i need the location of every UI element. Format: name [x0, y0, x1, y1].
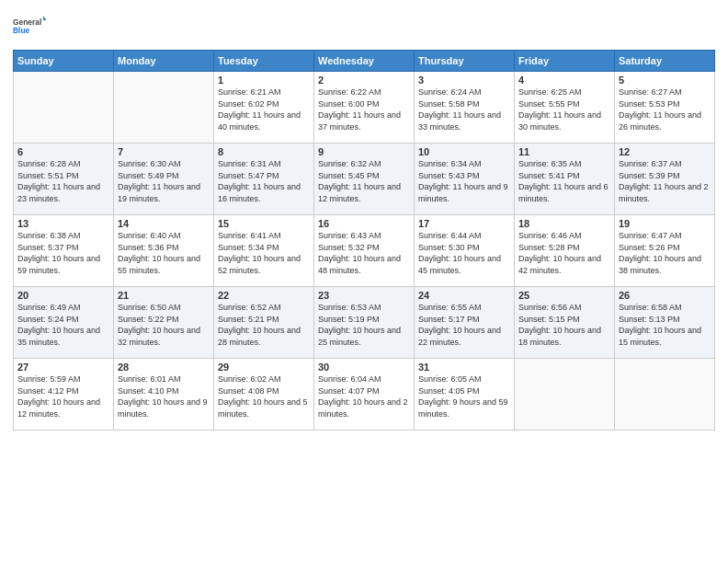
cell-info: Sunrise: 6:34 AM Sunset: 5:43 PM Dayligh…: [418, 158, 510, 204]
calendar-cell: 9Sunrise: 6:32 AM Sunset: 5:45 PM Daylig…: [314, 144, 415, 215]
cell-info: Sunrise: 6:50 AM Sunset: 5:22 PM Dayligh…: [118, 302, 210, 348]
day-number: 22: [218, 290, 310, 301]
calendar-cell: 27Sunrise: 5:59 AM Sunset: 4:12 PM Dayli…: [14, 359, 114, 431]
cell-info: Sunrise: 6:35 AM Sunset: 5:41 PM Dayligh…: [518, 158, 610, 204]
cell-info: Sunrise: 6:53 AM Sunset: 5:19 PM Dayligh…: [318, 302, 410, 348]
day-number: 5: [619, 75, 711, 86]
calendar-cell: 23Sunrise: 6:53 AM Sunset: 5:19 PM Dayli…: [314, 287, 415, 359]
cell-info: Sunrise: 6:49 AM Sunset: 5:24 PM Dayligh…: [17, 302, 109, 348]
calendar-cell: 21Sunrise: 6:50 AM Sunset: 5:22 PM Dayli…: [114, 287, 214, 359]
day-number: 30: [318, 362, 410, 373]
calendar-cell: 28Sunrise: 6:01 AM Sunset: 4:10 PM Dayli…: [114, 359, 214, 431]
cell-info: Sunrise: 6:56 AM Sunset: 5:15 PM Dayligh…: [518, 302, 610, 348]
cell-info: Sunrise: 6:04 AM Sunset: 4:07 PM Dayligh…: [318, 373, 410, 419]
calendar-cell: 1Sunrise: 6:21 AM Sunset: 6:02 PM Daylig…: [214, 72, 314, 144]
cell-info: Sunrise: 6:58 AM Sunset: 5:13 PM Dayligh…: [619, 302, 711, 348]
day-number: 18: [518, 218, 610, 229]
day-number: 12: [619, 146, 711, 157]
day-number: 29: [218, 362, 310, 373]
cell-info: Sunrise: 6:05 AM Sunset: 4:05 PM Dayligh…: [418, 373, 510, 419]
day-number: 11: [518, 146, 610, 157]
cell-info: Sunrise: 6:55 AM Sunset: 5:17 PM Dayligh…: [418, 302, 510, 348]
calendar-cell: 12Sunrise: 6:37 AM Sunset: 5:39 PM Dayli…: [615, 144, 715, 215]
calendar-cell: 4Sunrise: 6:25 AM Sunset: 5:55 PM Daylig…: [515, 72, 615, 144]
cell-info: Sunrise: 6:32 AM Sunset: 5:45 PM Dayligh…: [318, 158, 410, 204]
col-header-sunday: Sunday: [14, 51, 114, 72]
cell-info: Sunrise: 6:46 AM Sunset: 5:28 PM Dayligh…: [518, 230, 610, 276]
calendar-cell: 25Sunrise: 6:56 AM Sunset: 5:15 PM Dayli…: [515, 287, 615, 359]
day-number: 21: [118, 290, 210, 301]
day-number: 27: [17, 362, 109, 373]
calendar-cell: 2Sunrise: 6:22 AM Sunset: 6:00 PM Daylig…: [314, 72, 415, 144]
col-header-thursday: Thursday: [415, 51, 515, 72]
calendar-cell: 29Sunrise: 6:02 AM Sunset: 4:08 PM Dayli…: [214, 359, 314, 431]
day-number: 25: [518, 290, 610, 301]
svg-text:Blue: Blue: [13, 26, 30, 35]
day-number: 2: [318, 75, 410, 86]
day-number: 10: [418, 146, 510, 157]
calendar-cell: 7Sunrise: 6:30 AM Sunset: 5:49 PM Daylig…: [114, 144, 214, 215]
cell-info: Sunrise: 6:22 AM Sunset: 6:00 PM Dayligh…: [318, 86, 410, 132]
week-row-3: 13Sunrise: 6:38 AM Sunset: 5:37 PM Dayli…: [14, 215, 715, 287]
calendar-cell: 30Sunrise: 6:04 AM Sunset: 4:07 PM Dayli…: [314, 359, 415, 431]
day-number: 20: [17, 290, 109, 301]
cell-info: Sunrise: 6:47 AM Sunset: 5:26 PM Dayligh…: [619, 230, 711, 276]
cell-info: Sunrise: 6:30 AM Sunset: 5:49 PM Dayligh…: [118, 158, 210, 204]
calendar-cell: [14, 72, 114, 144]
cell-info: Sunrise: 6:02 AM Sunset: 4:08 PM Dayligh…: [218, 373, 310, 419]
calendar-cell: 11Sunrise: 6:35 AM Sunset: 5:41 PM Dayli…: [515, 144, 615, 215]
cell-info: Sunrise: 6:52 AM Sunset: 5:21 PM Dayligh…: [218, 302, 310, 348]
day-number: 28: [118, 362, 210, 373]
day-number: 24: [418, 290, 510, 301]
calendar-cell: 19Sunrise: 6:47 AM Sunset: 5:26 PM Dayli…: [615, 215, 715, 287]
cell-info: Sunrise: 6:27 AM Sunset: 5:53 PM Dayligh…: [619, 86, 711, 132]
week-row-1: 1Sunrise: 6:21 AM Sunset: 6:02 PM Daylig…: [14, 72, 715, 144]
day-number: 4: [518, 75, 610, 86]
day-number: 3: [418, 75, 510, 86]
cell-info: Sunrise: 6:28 AM Sunset: 5:51 PM Dayligh…: [17, 158, 109, 204]
day-number: 13: [17, 218, 109, 229]
logo: General Blue: [13, 9, 46, 42]
calendar-cell: 14Sunrise: 6:40 AM Sunset: 5:36 PM Dayli…: [114, 215, 214, 287]
col-header-tuesday: Tuesday: [214, 51, 314, 72]
cell-info: Sunrise: 6:38 AM Sunset: 5:37 PM Dayligh…: [17, 230, 109, 276]
calendar-cell: 31Sunrise: 6:05 AM Sunset: 4:05 PM Dayli…: [415, 359, 515, 431]
svg-text:General: General: [13, 17, 41, 27]
day-number: 15: [218, 218, 310, 229]
calendar-cell: 10Sunrise: 6:34 AM Sunset: 5:43 PM Dayli…: [415, 144, 515, 215]
cell-info: Sunrise: 6:41 AM Sunset: 5:34 PM Dayligh…: [218, 230, 310, 276]
calendar-table: SundayMondayTuesdayWednesdayThursdayFrid…: [13, 50, 715, 431]
header: General Blue: [13, 9, 715, 42]
cell-info: Sunrise: 5:59 AM Sunset: 4:12 PM Dayligh…: [17, 373, 109, 419]
day-number: 26: [619, 290, 711, 301]
day-number: 16: [318, 218, 410, 229]
calendar-cell: 16Sunrise: 6:43 AM Sunset: 5:32 PM Dayli…: [314, 215, 415, 287]
day-number: 9: [318, 146, 410, 157]
cell-info: Sunrise: 6:01 AM Sunset: 4:10 PM Dayligh…: [118, 373, 210, 419]
calendar-cell: 26Sunrise: 6:58 AM Sunset: 5:13 PM Dayli…: [615, 287, 715, 359]
col-header-saturday: Saturday: [615, 51, 715, 72]
calendar-cell: 13Sunrise: 6:38 AM Sunset: 5:37 PM Dayli…: [14, 215, 114, 287]
calendar-cell: [114, 72, 214, 144]
day-number: 23: [318, 290, 410, 301]
day-number: 1: [218, 75, 310, 86]
calendar-cell: 8Sunrise: 6:31 AM Sunset: 5:47 PM Daylig…: [214, 144, 314, 215]
svg-marker-2: [43, 16, 46, 20]
cell-info: Sunrise: 6:25 AM Sunset: 5:55 PM Dayligh…: [518, 86, 610, 132]
cell-info: Sunrise: 6:37 AM Sunset: 5:39 PM Dayligh…: [619, 158, 711, 204]
calendar-cell: [515, 359, 615, 431]
calendar-cell: 22Sunrise: 6:52 AM Sunset: 5:21 PM Dayli…: [214, 287, 314, 359]
week-row-5: 27Sunrise: 5:59 AM Sunset: 4:12 PM Dayli…: [14, 359, 715, 431]
col-header-friday: Friday: [515, 51, 615, 72]
calendar-cell: [615, 359, 715, 431]
col-header-monday: Monday: [114, 51, 214, 72]
calendar-cell: 18Sunrise: 6:46 AM Sunset: 5:28 PM Dayli…: [515, 215, 615, 287]
week-row-4: 20Sunrise: 6:49 AM Sunset: 5:24 PM Dayli…: [14, 287, 715, 359]
logo-svg: General Blue: [13, 9, 46, 42]
cell-info: Sunrise: 6:40 AM Sunset: 5:36 PM Dayligh…: [118, 230, 210, 276]
cell-info: Sunrise: 6:31 AM Sunset: 5:47 PM Dayligh…: [218, 158, 310, 204]
calendar-cell: 20Sunrise: 6:49 AM Sunset: 5:24 PM Dayli…: [14, 287, 114, 359]
col-header-wednesday: Wednesday: [314, 51, 415, 72]
calendar-cell: 5Sunrise: 6:27 AM Sunset: 5:53 PM Daylig…: [615, 72, 715, 144]
day-number: 7: [118, 146, 210, 157]
